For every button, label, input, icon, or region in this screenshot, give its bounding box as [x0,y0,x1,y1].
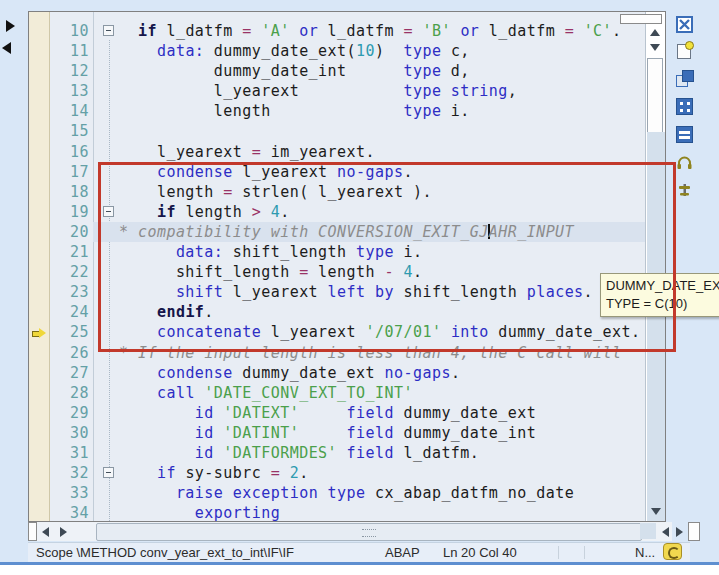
line-number: 23 [47,282,89,302]
line-number: 26 [47,343,89,363]
status-separator [584,546,585,559]
code-line[interactable]: 14 length type i. [29,101,646,121]
tooltip-variable-type: TYPE = C(10) [606,295,719,313]
code-text: if sy-subrc = 2. [119,463,309,483]
code-text: * If the input length is less than 4, th… [119,343,621,363]
fold-toggle-icon[interactable] [103,206,114,217]
line-number: 28 [47,383,89,403]
scroll-left-arrow-icon[interactable] [662,527,669,537]
horizontal-scrollbar[interactable] [28,522,672,541]
code-text: id 'DATEXT' field dummy_date_ext [119,403,536,423]
code-line[interactable]: 29 id 'DATEXT' field dummy_date_ext [29,403,646,423]
status-separator [558,546,559,559]
scroll-left-arrow-icon[interactable] [42,527,49,537]
line-number: 11 [47,41,89,61]
headset-icon[interactable] [676,154,693,171]
code-line[interactable]: 25 concatenate l_yearext '/07/01' into d… [29,322,646,342]
splitter-left-arrow-icon[interactable] [2,42,11,54]
code-text: if l_datfm = 'A' or l_datfm = 'B' or l_d… [119,21,622,41]
line-number: 33 [47,483,89,503]
vertical-scrollbar-thumb[interactable] [647,58,663,134]
line-number: 21 [47,242,89,262]
code-line[interactable]: 24 endif. [29,302,646,322]
code-text: shift_length = length - 4. [119,262,422,282]
code-tooltip: DUMMY_DATE_EXT TYPE = C(10) [600,273,719,317]
tools-icon[interactable] [676,182,693,199]
code-text: condense dummy_date_ext no-gaps. [119,363,460,383]
code-editor[interactable]: 10 if l_datfm = 'A' or l_datfm = 'B' or … [28,11,666,522]
status-bar: Scope \METHOD conv_year_ext_to_int\IF\IF… [28,542,690,563]
code-text: call 'DATE_CONV_EXT_TO_INT' [119,383,413,403]
scroll-bottom-arrow-icon[interactable] [651,508,661,515]
window-bottom-margin [0,565,719,575]
line-number: 12 [47,61,89,81]
code-text: data: dummy_date_ext(10) type c, [119,41,470,61]
grid-pattern-icon[interactable] [676,98,693,115]
code-line[interactable]: 17 condense l_yearext no-gaps. [29,162,646,182]
line-number: 15 [47,121,89,141]
close-icon[interactable] [676,16,693,33]
code-text: condense l_yearext no-gaps. [119,162,413,182]
splitter-right-arrow-icon[interactable] [6,20,15,32]
code-line[interactable]: 28 call 'DATE_CONV_EXT_TO_INT' [29,383,646,403]
fold-toggle-icon[interactable] [103,467,114,478]
code-text: exporting [119,503,280,521]
vertical-scrollbar[interactable] [645,12,665,521]
code-line[interactable]: 26* If the input length is less than 4, … [29,343,646,363]
code-line[interactable]: 21 data: shift_length type i. [29,242,646,262]
line-number: 17 [47,162,89,182]
cascade-windows-icon[interactable] [676,70,693,87]
scroll-up-arrow-icon[interactable] [650,29,660,36]
scroll-right-arrow-icon[interactable] [676,527,683,537]
line-number: 31 [47,443,89,463]
code-line[interactable]: 15 [29,121,646,141]
code-line[interactable]: 16 l_yearext = im_yearext. [29,142,646,162]
code-line[interactable]: 30 id 'DATINT' field dummy_date_int [29,423,646,443]
scroll-down-arrow-icon[interactable] [650,44,660,51]
split-rows-icon[interactable] [676,126,693,143]
status-session-icon[interactable] [663,543,682,560]
line-number: 19 [47,202,89,222]
code-line[interactable]: 32 if sy-subrc = 2. [29,463,646,483]
code-text: shift l_yearext left by shift_length pla… [119,282,593,302]
line-number: 32 [47,463,89,483]
new-badge-icon [685,41,694,50]
code-line[interactable]: 31 id 'DATFORMDES' field l_datfm. [29,443,646,463]
code-line[interactable]: 18 length = strlen( l_yearext ). [29,182,646,202]
code-line[interactable]: 22 shift_length = length - 4. [29,262,646,282]
hscroll-right-corner [688,522,700,541]
line-number: 10 [47,21,89,41]
horizontal-scrollbar-track[interactable] [640,523,656,539]
code-line[interactable]: 13 l_yearext type string, [29,81,646,101]
scroll-right-arrow-icon[interactable] [60,527,67,537]
line-number: 25 [47,322,89,342]
line-number: 13 [47,81,89,101]
vertical-scrollbar-track[interactable] [647,132,665,521]
code-line[interactable]: 27 condense dummy_date_ext no-gaps. [29,363,646,383]
code-line[interactable]: 33 raise exception type cx_abap_datfm_no… [29,483,646,503]
code-line[interactable]: 23 shift l_yearext left by shift_length … [29,282,646,302]
line-number: 27 [47,363,89,383]
code-line[interactable]: 12 dummy_date_int type d, [29,61,646,81]
code-line[interactable]: 11 data: dummy_date_ext(10) type c, [29,41,646,61]
cursor-position: Ln 20 Col 40 [443,545,517,560]
code-line[interactable]: 10 if l_datfm = 'A' or l_datfm = 'B' or … [29,21,646,41]
code-text: l_yearext type string, [119,81,517,101]
code-line[interactable]: 20* compatibility with CONVERSION_EXIT_G… [29,222,646,242]
new-document-icon[interactable] [677,44,691,59]
code-text: concatenate l_yearext '/07/01' into dumm… [119,322,641,342]
hscroll-left-corner [28,522,37,541]
code-text: if length > 4. [119,202,290,222]
code-text: endif. [119,302,214,322]
fold-toggle-icon[interactable] [103,25,114,36]
line-number: 24 [47,302,89,322]
code-line[interactable]: 34 exporting [29,503,646,521]
horizontal-scrollbar-thumb[interactable] [96,523,642,541]
code-line[interactable]: 19 if length > 4. [29,202,646,222]
line-number: 22 [47,262,89,282]
code-text: l_yearext = im_yearext. [119,142,375,162]
code-text: dummy_date_int type d, [119,61,470,81]
line-number: 20 [47,222,89,242]
code-text-area[interactable]: 10 if l_datfm = 'A' or l_datfm = 'B' or … [29,12,646,521]
code-text: id 'DATFORMDES' field l_datfm. [119,443,479,463]
